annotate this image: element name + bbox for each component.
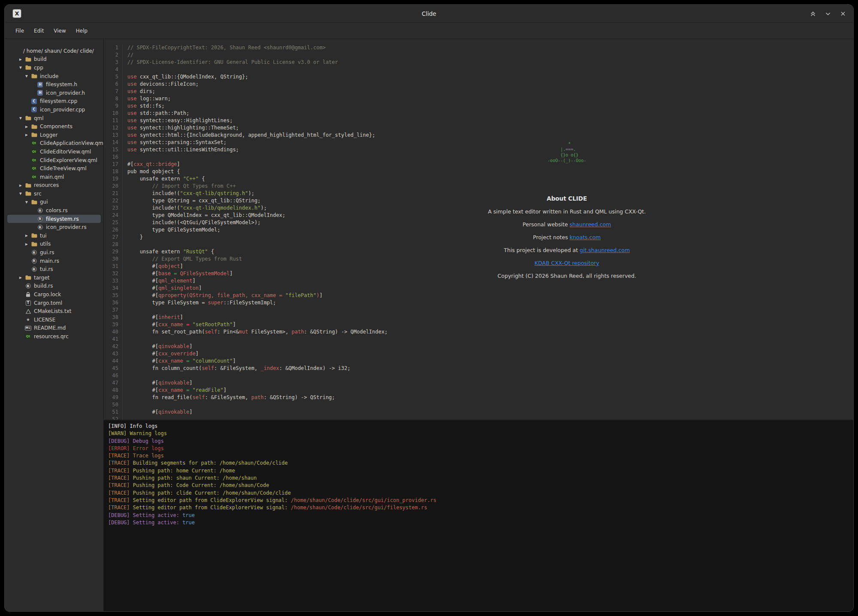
code-line[interactable]: 42 #[qinvokable] <box>104 343 853 350</box>
code-line[interactable]: 41 <box>104 336 853 343</box>
tree-item-clidetreeview-qml[interactable]: QtClideTreeView.qml <box>7 164 101 173</box>
menu-help[interactable]: Help <box>72 27 91 35</box>
line-number: 45 <box>104 365 123 372</box>
tree-item-gui-rs[interactable]: Rgui.rs <box>7 248 101 257</box>
link-git-shaunreed-com[interactable]: git.shaunreed.com <box>580 247 630 253</box>
tree-item-tui[interactable]: ▶tui <box>7 231 101 240</box>
chevron-right-icon[interactable]: ▶ <box>19 276 25 279</box>
chevron-down-icon[interactable]: ▼ <box>19 66 25 69</box>
code-line[interactable]: 11use syntect::easy::HighlightLines; <box>104 117 853 124</box>
tree-item-components[interactable]: ▶Components <box>7 122 101 131</box>
tree-item-readme-md[interactable]: M↓README.md <box>7 324 101 333</box>
tree-item-license[interactable]: ★LICENSE <box>7 316 101 324</box>
code-line[interactable]: 2// <box>104 51 853 59</box>
menu-edit[interactable]: Edit <box>30 27 48 35</box>
code-line[interactable]: 9use std::fs; <box>104 102 853 110</box>
chevron-down-icon[interactable]: ▼ <box>19 116 25 120</box>
code-line[interactable]: 48 #[cxx_name = "readFile"] <box>104 387 853 394</box>
code-line[interactable]: 3// SPDX-License-Identifier: GNU General… <box>104 59 853 66</box>
tree-item-cmakelists-txt[interactable]: CMakeLists.txt <box>7 307 101 316</box>
code-line[interactable]: 38 #[inherit] <box>104 314 853 321</box>
tree-item-cargo-toml[interactable]: TCargo.toml <box>7 299 101 307</box>
tree-item-logger[interactable]: ▶Logger <box>7 131 101 139</box>
titlebar[interactable]: X Clide <box>5 5 853 23</box>
unshade-button[interactable] <box>824 9 832 18</box>
code-line[interactable]: 39 #[cxx_name = "setRootPath"] <box>104 321 853 328</box>
tree-item-clideeditorview-qml[interactable]: QtClideEditorView.qml <box>7 147 101 156</box>
code-line[interactable]: 46 <box>104 372 853 379</box>
tree-item-clideapplicationview-qml[interactable]: QtClideApplicationView.qml <box>7 139 101 148</box>
code-text: #[cxx_name = "readFile"] <box>123 387 226 394</box>
tree-item-main-qml[interactable]: Qtmain.qml <box>7 173 101 181</box>
code-line[interactable]: 43 #[cxx_override] <box>104 350 853 358</box>
tree-item-build-rs[interactable]: Rbuild.rs <box>7 282 101 291</box>
chevron-right-icon[interactable]: ▶ <box>25 242 31 246</box>
menu-file[interactable]: File <box>12 27 28 35</box>
code-line[interactable]: 8use log::warn; <box>104 95 853 102</box>
tree-item-qml[interactable]: ▼qml <box>7 114 101 123</box>
tree-item-icon-provider-cpp[interactable]: Cicon_provider.cpp <box>7 105 101 114</box>
code-line[interactable]: 52 <box>104 416 853 420</box>
link-kdab-cxx-qt-repository[interactable]: KDAB CXX-Qt repository <box>535 260 599 266</box>
code-line[interactable]: 10use std::path::Path; <box>104 110 853 117</box>
code-line[interactable]: 12use syntect::highlighting::ThemeSet; <box>104 124 853 132</box>
code-line[interactable]: 44 #[cxx_name = "columnCount"] <box>104 358 853 365</box>
log-panel[interactable]: [INFO] Info logs[WARN] Warning logs[DEBU… <box>104 421 853 611</box>
code-line[interactable]: 34 #[qml_singleton] <box>104 285 853 292</box>
code-line[interactable]: 49 fn read_file(self: &FileSystem, path:… <box>104 394 853 401</box>
menu-view[interactable]: View <box>50 27 69 35</box>
tree-item-icon-provider-rs[interactable]: Ricon_provider.rs <box>7 223 101 231</box>
chevron-right-icon[interactable]: ▶ <box>25 133 31 137</box>
chevron-down-icon[interactable]: ▼ <box>25 74 31 78</box>
tree-item-build[interactable]: ▶build <box>7 55 101 64</box>
tree-item-src[interactable]: ▼src <box>7 189 101 198</box>
link-knoats-com[interactable]: knoats.com <box>569 234 601 240</box>
code-line[interactable]: 40 fn set_root_path(self: Pin<&mut FileS… <box>104 328 853 336</box>
chevron-right-icon[interactable]: ▶ <box>25 234 31 237</box>
tree-item-filesystem-h[interactable]: Hfilesystem.h <box>7 80 101 89</box>
tree-item-include[interactable]: ▼include <box>7 72 101 81</box>
code-line[interactable]: 50 <box>104 401 853 409</box>
code-line[interactable]: 35 #[qproperty(QString, file_path, cxx_n… <box>104 292 853 299</box>
tree-item-resources-qrc[interactable]: Qtresources.qrc <box>7 332 101 341</box>
tree-item-clideexplorerview-qml[interactable]: QtClideExplorerView.qml <box>7 156 101 165</box>
code-line[interactable]: 13use syntect::html::{IncludeBackground,… <box>104 132 853 139</box>
app-icon[interactable]: X <box>12 9 21 18</box>
tree-root-path[interactable]: / home/ shaun/ Code/ clide/ <box>5 47 103 55</box>
tree-item-label: ClideEditorView.qml <box>40 149 91 155</box>
tree-item-utils[interactable]: ▶utils <box>7 240 101 249</box>
code-line[interactable]: 5use cxx_qt_lib::{QModelIndex, QString}; <box>104 73 853 81</box>
code-line[interactable]: 47 #[qinvokable] <box>104 379 853 387</box>
code-line[interactable]: 6use devicons::FileIcon; <box>104 81 853 88</box>
code-line[interactable]: 1// SPDX-FileCopyrightText: 2026, Shaun … <box>104 44 853 51</box>
code-line[interactable]: 36 type FileSystem = super::FileSystemIm… <box>104 299 853 306</box>
tree-item-target[interactable]: ▶target <box>7 273 101 282</box>
code-line[interactable]: 4 <box>104 66 853 73</box>
chevron-right-icon[interactable]: ▶ <box>25 125 31 129</box>
code-editor[interactable]: 1// SPDX-FileCopyrightText: 2026, Shaun … <box>104 39 853 420</box>
chevron-right-icon[interactable]: ▶ <box>19 57 25 61</box>
code-line[interactable]: 51 #[qinvokable] <box>104 409 853 416</box>
tree-item-colors-rs[interactable]: Rcolors.rs <box>7 206 101 215</box>
chevron-down-icon[interactable]: ▼ <box>19 192 25 195</box>
link-shaunreed-com[interactable]: shaunreed.com <box>569 221 611 228</box>
tree-item-gui[interactable]: ▼gui <box>7 198 101 207</box>
window-controls <box>809 5 847 23</box>
code-line[interactable]: 37 <box>104 306 853 314</box>
tree-item-icon-provider-h[interactable]: Hicon_provider.h <box>7 89 101 97</box>
tree-item-cpp[interactable]: ▼cpp <box>7 63 101 72</box>
tree-item-filesystem-cpp[interactable]: Cfilesystem.cpp <box>7 97 101 106</box>
tree-item-filesystem-rs[interactable]: Rfilesystem.rs <box>7 215 101 223</box>
close-button[interactable] <box>839 9 847 18</box>
shade-button[interactable] <box>809 9 817 18</box>
code-line[interactable]: 45 fn column_count(self: &FileSystem, _i… <box>104 365 853 372</box>
folder-icon <box>25 191 31 197</box>
code-text: use syntect::html::{IncludeBackground, a… <box>123 132 375 139</box>
chevron-down-icon[interactable]: ▼ <box>25 200 31 204</box>
tree-item-main-rs[interactable]: Rmain.rs <box>7 257 101 265</box>
tree-item-tui-rs[interactable]: Rtui.rs <box>7 265 101 273</box>
code-line[interactable]: 7use dirs; <box>104 88 853 95</box>
tree-item-cargo-lock[interactable]: Cargo.lock <box>7 290 101 299</box>
chevron-right-icon[interactable]: ▶ <box>19 183 25 187</box>
tree-item-resources[interactable]: ▶resources <box>7 181 101 190</box>
